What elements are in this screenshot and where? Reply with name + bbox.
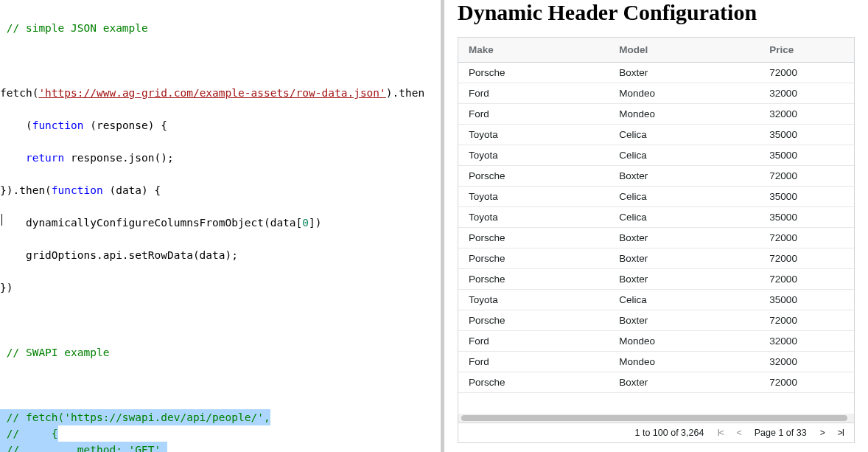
cell-model[interactable]: Mondeo bbox=[609, 83, 759, 103]
table-row[interactable]: ToyotaCelica35000 bbox=[458, 207, 854, 228]
code-token: response.json(); bbox=[64, 152, 173, 164]
code-token: }).then( bbox=[0, 184, 52, 196]
text-caret bbox=[1, 214, 2, 226]
cell-model[interactable]: Celica bbox=[609, 290, 759, 310]
page-text: Page 1 of 33 bbox=[755, 428, 807, 438]
table-row[interactable]: FordMondeo32000 bbox=[458, 104, 854, 125]
table-row[interactable]: PorscheBoxter72000 bbox=[458, 372, 854, 393]
cell-model[interactable]: Mondeo bbox=[609, 352, 759, 372]
cell-price[interactable]: 72000 bbox=[759, 63, 854, 83]
cell-model[interactable]: Boxter bbox=[609, 228, 759, 248]
table-row[interactable]: PorscheBoxter72000 bbox=[458, 310, 854, 331]
col-header-price[interactable]: Price bbox=[759, 38, 854, 62]
cell-price[interactable]: 72000 bbox=[759, 166, 854, 186]
page-title: Dynamic Header Configuration bbox=[444, 0, 868, 37]
cell-price[interactable]: 72000 bbox=[759, 372, 854, 392]
cell-price[interactable]: 35000 bbox=[759, 125, 854, 145]
cell-make[interactable]: Porsche bbox=[458, 310, 609, 330]
cell-make[interactable]: Ford bbox=[458, 104, 609, 124]
cell-price[interactable]: 32000 bbox=[759, 104, 854, 124]
table-row[interactable]: ToyotaCelica35000 bbox=[458, 145, 854, 166]
table-row[interactable]: PorscheBoxter72000 bbox=[458, 228, 854, 248]
col-header-model[interactable]: Model bbox=[609, 38, 759, 62]
pager-last-icon[interactable]: >I bbox=[838, 428, 844, 438]
code-string: 'https://www.ag-grid.com/example-assets/… bbox=[38, 87, 385, 99]
cell-price[interactable]: 35000 bbox=[759, 187, 854, 206]
cell-model[interactable]: Celica bbox=[609, 187, 759, 206]
table-row[interactable]: ToyotaCelica35000 bbox=[458, 290, 854, 310]
grid-footer: 1 to 100 of 3,264 I< < Page 1 of 33 > >I bbox=[458, 423, 854, 442]
cell-make[interactable]: Porsche bbox=[458, 372, 609, 392]
code-comment-selected: // method: 'GET', bbox=[0, 442, 167, 452]
cell-make[interactable]: Porsche bbox=[458, 269, 609, 289]
code-token: (response) { bbox=[84, 119, 168, 131]
row-range-text: 1 to 100 of 3,264 bbox=[635, 428, 704, 438]
code-selection[interactable]: // fetch('https://swapi.dev/api/people/'… bbox=[0, 409, 441, 452]
code-token bbox=[0, 152, 26, 164]
cell-make[interactable]: Porsche bbox=[458, 228, 609, 248]
col-header-make[interactable]: Make bbox=[458, 38, 609, 62]
code-comment: // simple JSON example bbox=[7, 22, 148, 34]
cell-price[interactable]: 32000 bbox=[759, 83, 854, 103]
cell-make[interactable]: Toyota bbox=[458, 207, 609, 227]
cell-make[interactable]: Ford bbox=[458, 331, 609, 351]
table-row[interactable]: FordMondeo32000 bbox=[458, 352, 854, 372]
cell-price[interactable]: 35000 bbox=[759, 145, 854, 165]
cell-model[interactable]: Mondeo bbox=[609, 331, 759, 351]
cell-price[interactable]: 35000 bbox=[759, 290, 854, 310]
cell-price[interactable]: 35000 bbox=[759, 207, 854, 227]
pager-next-icon[interactable]: > bbox=[820, 428, 825, 438]
cell-model[interactable]: Boxter bbox=[609, 372, 759, 392]
code-keyword: function bbox=[32, 119, 84, 131]
table-row[interactable]: ToyotaCelica35000 bbox=[458, 125, 854, 145]
cell-model[interactable]: Mondeo bbox=[609, 104, 759, 124]
scrollbar-thumb[interactable] bbox=[461, 415, 847, 421]
table-row[interactable]: PorscheBoxter72000 bbox=[458, 63, 854, 83]
pager-prev-icon[interactable]: < bbox=[737, 428, 741, 438]
cell-price[interactable]: 72000 bbox=[759, 248, 854, 268]
cell-model[interactable]: Boxter bbox=[609, 269, 759, 289]
table-row[interactable]: PorscheBoxter72000 bbox=[458, 269, 854, 290]
cell-make[interactable]: Ford bbox=[458, 83, 609, 103]
grid-body[interactable]: PorscheBoxter72000FordMondeo32000FordMon… bbox=[458, 63, 854, 414]
cell-price[interactable]: 72000 bbox=[759, 310, 854, 330]
cell-make[interactable]: Toyota bbox=[458, 125, 609, 145]
cell-price[interactable]: 72000 bbox=[759, 228, 854, 248]
cell-make[interactable]: Ford bbox=[458, 352, 609, 372]
code-content[interactable]: // simple JSON example fetch('https://ww… bbox=[0, 0, 441, 452]
table-row[interactable]: PorscheBoxter72000 bbox=[458, 166, 854, 187]
cell-model[interactable]: Boxter bbox=[609, 248, 759, 268]
cell-make[interactable]: Toyota bbox=[458, 187, 609, 206]
cell-price[interactable]: 32000 bbox=[759, 331, 854, 351]
cell-make[interactable]: Toyota bbox=[458, 145, 609, 165]
table-row[interactable]: FordMondeo32000 bbox=[458, 83, 854, 104]
cell-model[interactable]: Boxter bbox=[609, 63, 759, 83]
code-token: ).then bbox=[386, 87, 424, 99]
code-token: gridOptions.api.setRowData(data); bbox=[0, 249, 238, 261]
cell-make[interactable]: Porsche bbox=[458, 248, 609, 268]
table-row[interactable]: ToyotaCelica35000 bbox=[458, 187, 854, 207]
cell-make[interactable]: Porsche bbox=[458, 63, 609, 83]
cell-make[interactable]: Porsche bbox=[458, 166, 609, 186]
code-keyword: function bbox=[52, 184, 103, 196]
cell-make[interactable]: Toyota bbox=[458, 290, 609, 310]
pager-first-icon[interactable]: I< bbox=[717, 428, 723, 438]
cell-price[interactable]: 72000 bbox=[759, 269, 854, 289]
code-comment-selected: // fetch('https://swapi.dev/api/people/'… bbox=[0, 409, 270, 425]
data-grid: Make Model Price PorscheBoxter72000FordM… bbox=[458, 37, 855, 443]
code-editor-pane[interactable]: // simple JSON example fetch('https://ww… bbox=[0, 0, 441, 452]
table-row[interactable]: PorscheBoxter72000 bbox=[458, 248, 854, 269]
code-token: ( bbox=[0, 119, 32, 131]
code-comment-selected: // { bbox=[0, 425, 58, 442]
cell-model[interactable]: Boxter bbox=[609, 166, 759, 186]
grid-header: Make Model Price bbox=[458, 38, 854, 63]
cell-model[interactable]: Celica bbox=[609, 125, 759, 145]
cell-price[interactable]: 32000 bbox=[759, 352, 854, 372]
cell-model[interactable]: Celica bbox=[609, 145, 759, 165]
cell-model[interactable]: Celica bbox=[609, 207, 759, 227]
table-row[interactable]: FordMondeo32000 bbox=[458, 331, 854, 352]
cell-model[interactable]: Boxter bbox=[609, 310, 759, 330]
code-token: dynamicallyConfigureColumnsFromObject(da… bbox=[0, 217, 302, 229]
code-token: (data) { bbox=[103, 184, 161, 196]
grid-h-scrollbar[interactable] bbox=[458, 414, 854, 423]
